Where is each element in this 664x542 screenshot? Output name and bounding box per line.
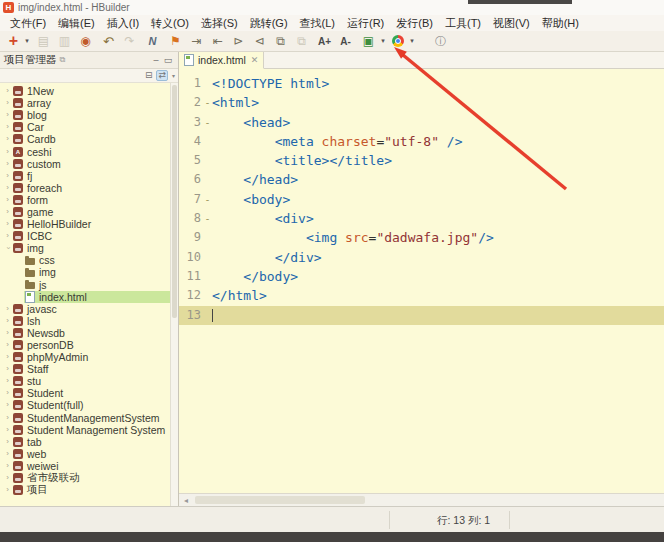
tree-item[interactable]: ›Staff	[0, 363, 178, 375]
tree-item[interactable]: ›StudentManagementSystem	[0, 412, 178, 424]
tree-item-content[interactable]: 1New	[12, 85, 170, 97]
tree-item-content[interactable]: tab	[12, 436, 170, 448]
tree-item[interactable]: ›项目	[0, 484, 178, 496]
tree-item-content[interactable]: stu	[12, 375, 170, 387]
fold-marker[interactable]: -	[203, 113, 212, 132]
tree-item[interactable]: js	[0, 279, 178, 291]
new-file-dropdown[interactable]: ▾	[23, 32, 31, 50]
about-button[interactable]: ⓘ	[430, 32, 451, 50]
tree-item[interactable]: ›form	[0, 194, 178, 206]
chevron-right-icon[interactable]: ›	[3, 426, 12, 434]
tree-item[interactable]: ›1New	[0, 85, 178, 97]
tree-item-content[interactable]: form	[12, 194, 170, 206]
tree-item-content[interactable]: img	[12, 242, 170, 254]
chevron-right-icon[interactable]: ›	[3, 450, 12, 458]
tree-item[interactable]: ›fj	[0, 170, 178, 182]
tree-item-content[interactable]: custom	[12, 158, 170, 170]
bookmark-button[interactable]: ⚑	[165, 32, 186, 50]
preview-button[interactable]: ⧉	[270, 32, 291, 50]
menu-item-4[interactable]: 选择(S)	[195, 16, 244, 31]
redo-button[interactable]: ↷	[119, 32, 140, 50]
menu-item-7[interactable]: 运行(R)	[341, 16, 390, 31]
tree-item[interactable]: ›personDB	[0, 339, 178, 351]
chevron-right-icon[interactable]: ›	[3, 160, 12, 168]
tree-item-content[interactable]: foreach	[12, 182, 170, 194]
chevron-right-icon[interactable]: ›	[3, 208, 12, 216]
save-button[interactable]: ▤	[33, 32, 54, 50]
chevron-right-icon[interactable]: ›	[3, 99, 12, 107]
chevron-right-icon[interactable]: ›	[3, 196, 12, 204]
code-line[interactable]: 10 </div>	[179, 248, 664, 267]
chevron-right-icon[interactable]: ›	[3, 87, 12, 95]
fold-marker[interactable]: -	[203, 190, 212, 209]
code-line[interactable]: 3- <head>	[179, 113, 664, 132]
code-line[interactable]: 2-<html>	[179, 93, 664, 112]
chevron-down-icon[interactable]: ›	[4, 244, 12, 253]
tree-item[interactable]: ›img	[0, 242, 178, 254]
tree-item[interactable]: css	[0, 254, 178, 266]
tree-item-content[interactable]: lsh	[12, 315, 170, 327]
tree-item-content[interactable]: ICBC	[12, 230, 170, 242]
chrome-run-dropdown[interactable]: ▾	[408, 32, 416, 50]
tree-item-content[interactable]: css	[24, 254, 170, 266]
tree-item[interactable]: ›HelloHBuilder	[0, 218, 178, 230]
sync-view-button[interactable]: ⧉	[291, 32, 312, 50]
tree-item-content[interactable]: web	[12, 448, 170, 460]
tab-close-icon[interactable]: ✕	[251, 55, 259, 65]
tree-item-content[interactable]: game	[12, 206, 170, 218]
menu-item-0[interactable]: 文件(F)	[4, 16, 52, 31]
tree-item[interactable]: ›blog	[0, 109, 178, 121]
save-all-button[interactable]: ▥	[54, 32, 75, 50]
tree-item-content[interactable]: Student	[12, 387, 170, 399]
scroll-left-icon[interactable]: ◂	[179, 496, 193, 505]
tree-item-content[interactable]: img	[24, 266, 170, 278]
tree-item[interactable]: ›web	[0, 448, 178, 460]
menu-item-10[interactable]: 视图(V)	[487, 16, 536, 31]
chevron-right-icon[interactable]: ›	[3, 462, 12, 470]
tree-item[interactable]: ›tab	[0, 436, 178, 448]
menu-item-5[interactable]: 跳转(G)	[244, 16, 294, 31]
chevron-right-icon[interactable]: ›	[3, 341, 12, 349]
code-line[interactable]: 11 </body>	[179, 267, 664, 286]
chevron-right-icon[interactable]: ›	[3, 148, 12, 156]
code-line[interactable]: 9 <img src="dadwafa.jpg"/>	[179, 228, 664, 247]
chevron-right-icon[interactable]: ›	[3, 172, 12, 180]
fold-marker[interactable]: -	[203, 93, 212, 112]
tree-item[interactable]: ›lsh	[0, 315, 178, 327]
code-line[interactable]: 4 <meta charset="utf-8" />	[179, 132, 664, 151]
code-editor[interactable]: 1<!DOCTYPE html>2-<html>3- <head>4 <meta…	[179, 69, 664, 493]
tree-item-content[interactable]: Student(full)	[12, 399, 170, 411]
sidebar-scrollbar[interactable]	[170, 83, 178, 506]
tree-item[interactable]: ›Car	[0, 121, 178, 133]
chevron-right-icon[interactable]: ›	[3, 438, 12, 446]
editor-tab-index-html[interactable]: index.html ✕	[179, 52, 264, 69]
tree-item-content[interactable]: array	[12, 97, 170, 109]
tree-item-content[interactable]: js	[24, 279, 170, 291]
tree-item-content[interactable]: javasc	[12, 303, 170, 315]
tree-item-content[interactable]: blog	[12, 109, 170, 121]
format-button[interactable]: ⇥	[186, 32, 207, 50]
tree-item[interactable]: ›Newsdb	[0, 327, 178, 339]
chevron-right-icon[interactable]: ›	[3, 401, 12, 409]
chevron-right-icon[interactable]: ›	[3, 365, 12, 373]
view-menu-icon[interactable]: ▾	[172, 73, 175, 79]
fold-marker[interactable]: -	[203, 209, 212, 228]
chevron-right-icon[interactable]: ›	[3, 317, 12, 325]
chevron-right-icon[interactable]: ›	[3, 329, 12, 337]
maximize-icon[interactable]: ▭	[162, 55, 174, 65]
tree-item[interactable]: ›Aceshi	[0, 145, 178, 157]
tree-item[interactable]: ›array	[0, 97, 178, 109]
menu-item-3[interactable]: 转义(O)	[145, 16, 195, 31]
chrome-run-button[interactable]	[387, 32, 408, 50]
new-file-button[interactable]: +	[4, 32, 23, 50]
menu-item-9[interactable]: 工具(T)	[439, 16, 487, 31]
horizontal-scrollbar[interactable]: ◂	[179, 493, 664, 506]
tree-item-content[interactable]: Aceshi	[12, 145, 170, 157]
chevron-right-icon[interactable]: ›	[3, 377, 12, 385]
tree-item-content[interactable]: phpMyAdmin	[12, 351, 170, 363]
chevron-right-icon[interactable]: ›	[3, 220, 12, 228]
menu-item-6[interactable]: 查找(L)	[294, 16, 341, 31]
tree-item[interactable]: index.html	[0, 291, 178, 303]
view-in-browser-dropdown[interactable]: ▾	[379, 32, 387, 50]
chevron-right-icon[interactable]: ›	[3, 123, 12, 131]
